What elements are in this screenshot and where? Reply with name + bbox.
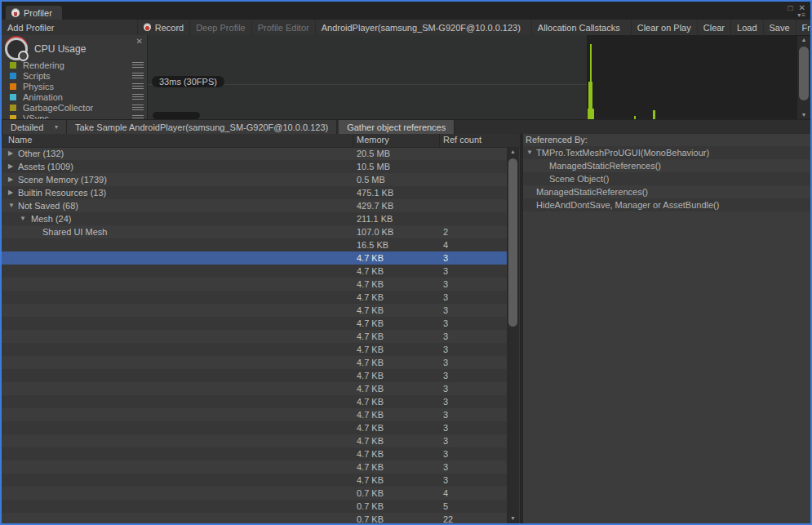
table-row[interactable]: 4.7 KB 3 <box>2 447 507 460</box>
scroll-down-icon[interactable]: ▼ <box>797 111 810 119</box>
row-memory: 4.7 KB <box>357 447 384 460</box>
toolbar-button[interactable]: Profile Editor <box>252 20 316 35</box>
detail-toolbar: Detailed ▾ Take Sample AndroidPlayer(sam… <box>2 119 810 134</box>
table-row[interactable]: 0.7 KB 5 <box>2 500 507 513</box>
table-row[interactable]: 4.7 KB 3 <box>2 460 507 474</box>
table-scrollbar-thumb[interactable] <box>508 158 517 327</box>
frame-time-label-partial <box>153 112 200 119</box>
table-row[interactable]: 4.7 KB 3 <box>2 421 507 434</box>
table-row[interactable]: 4.7 KB 3 <box>2 330 507 343</box>
table-row[interactable]: Mesh (24) 211.1 KB <box>2 212 507 225</box>
referenced-by-item[interactable]: HideAndDontSave, Manager or AssetBundle(… <box>523 198 810 211</box>
referenced-by-label: HideAndDontSave, Manager or AssetBundle(… <box>536 200 719 210</box>
row-refcount: 3 <box>443 460 448 474</box>
table-row[interactable]: 4.7 KB 3 <box>2 474 507 487</box>
chart-scrollbar-thumb[interactable] <box>799 47 809 100</box>
referenced-by-item[interactable]: TMPro.TextMeshProUGUI(MonoBehaviour) <box>523 146 810 159</box>
toolbar-button[interactable]: Clear on Play <box>632 20 698 35</box>
drag-handle-icon[interactable] <box>132 73 144 79</box>
row-refcount: 3 <box>443 408 448 421</box>
referenced-by-item[interactable]: Scene Object() <box>523 172 810 185</box>
tab-profiler[interactable]: Profiler <box>6 6 62 20</box>
toolbar-button[interactable]: Load <box>731 20 763 35</box>
table-row[interactable]: 0.7 KB 4 <box>2 487 507 500</box>
table-row[interactable]: Not Saved (68) 429.7 KB <box>2 199 507 212</box>
table-scrollbar[interactable]: ▲ ▼ <box>507 147 519 523</box>
table-row[interactable]: 4.7 KB 3 <box>2 317 507 330</box>
table-row[interactable]: 4.7 KB 3 <box>2 278 507 291</box>
row-memory: 4.7 KB <box>357 304 384 317</box>
toolbar-button[interactable]: Clear <box>698 20 731 35</box>
drag-handle-icon[interactable] <box>132 94 144 100</box>
take-sample-button[interactable]: Take Sample AndroidPlayer(samsung_SM-G92… <box>67 120 337 134</box>
table-row[interactable]: Assets (1009) 10.5 MB <box>2 160 507 173</box>
cpu-chart[interactable]: 33ms (30FPS) <box>147 35 797 119</box>
column-header-refcount[interactable]: Ref count <box>443 135 481 145</box>
toolbar-button[interactable]: AndroidPlayer(samsung_SM-G920F@10.0.0.12… <box>316 20 532 35</box>
legend-item[interactable]: Physics <box>2 81 147 91</box>
scroll-down-icon[interactable]: ▼ <box>507 514 519 523</box>
table-row[interactable]: 4.7 KB 3 <box>2 408 507 421</box>
table-row[interactable]: 4.7 KB 3 <box>2 251 507 265</box>
window-menu-button[interactable]: ▾ ≡ <box>797 11 805 19</box>
menu-arrow-icon: ▾ <box>797 11 801 19</box>
legend-item[interactable]: Animation <box>2 91 147 102</box>
row-memory: 4.7 KB <box>357 474 384 487</box>
toolbar-button[interactable]: Allocation Callstacks <box>532 20 632 35</box>
row-refcount: 3 <box>443 474 448 487</box>
legend-item[interactable]: Scripts <box>2 70 147 81</box>
referenced-by-item[interactable]: ManagedStaticReferences() <box>523 185 810 198</box>
legend-item[interactable]: VSync <box>2 113 147 119</box>
cpu-panel-close-icon[interactable]: ✕ <box>136 37 143 46</box>
table-row[interactable]: 4.7 KB 3 <box>2 395 507 408</box>
chart-scrollbar[interactable]: ▲ ▼ <box>797 36 810 119</box>
row-name: Other (132) <box>2 147 64 160</box>
referenced-by-item[interactable]: ManagedStaticReferences() <box>523 159 810 172</box>
legend-label: Scripts <box>23 71 51 81</box>
row-memory: 4.7 KB <box>357 395 384 408</box>
foldout-icon[interactable] <box>526 146 535 159</box>
drag-handle-icon[interactable] <box>132 83 144 90</box>
toolbar-button[interactable]: Deep Profile <box>190 20 252 35</box>
table-row[interactable]: Other (132) 20.5 MB <box>2 147 507 160</box>
table-row[interactable]: 4.7 KB 3 <box>2 304 507 317</box>
legend-item[interactable]: Rendering <box>2 60 147 70</box>
row-refcount: 3 <box>443 304 448 317</box>
take-sample-label: Take Sample AndroidPlayer(samsung_SM-G92… <box>75 122 328 132</box>
column-header-memory[interactable]: Memory <box>357 135 389 145</box>
toolbar-button[interactable]: Save <box>764 20 796 35</box>
table-row[interactable]: 0.7 KB 22 <box>2 513 507 525</box>
table-row[interactable]: Shared UI Mesh 107.0 KB 2 <box>2 225 507 238</box>
frame-time-label: 33ms (30FPS) <box>152 76 224 87</box>
referenced-by-panel: Referenced By: TMPro.TextMeshProUGUI(Mon… <box>523 133 810 523</box>
record-icon <box>144 24 151 31</box>
table-row[interactable]: 4.7 KB 3 <box>2 356 507 369</box>
toolbar-button[interactable]: Add Profiler <box>2 20 138 35</box>
table-row[interactable]: 16.5 KB 4 <box>2 238 507 251</box>
table-row[interactable]: 4.7 KB 3 <box>2 382 507 395</box>
table-row[interactable]: 4.7 KB 3 <box>2 369 507 382</box>
table-row[interactable]: Scene Memory (1739) 0.5 MB <box>2 173 507 186</box>
cpu-usage-panel: CPU Usage ✕ Rendering Scripts Physics <box>2 35 148 119</box>
table-row[interactable]: 4.7 KB 3 <box>2 343 507 356</box>
scroll-up-icon[interactable]: ▲ <box>797 36 810 44</box>
row-name: Mesh (24) <box>2 212 72 225</box>
gather-object-references-button[interactable]: Gather object references <box>339 120 455 134</box>
row-memory: 16.5 KB <box>357 238 388 251</box>
toolbar-button[interactable]: Fr <box>796 20 810 35</box>
table-row[interactable]: 4.7 KB 3 <box>2 265 507 278</box>
table-row[interactable]: Builtin Resources (13) 475.1 KB <box>2 186 507 199</box>
detail-mode-dropdown[interactable]: Detailed ▾ <box>2 120 67 134</box>
table-row[interactable]: 4.7 KB 3 <box>2 434 507 447</box>
toolbar-button[interactable]: Record <box>138 20 190 35</box>
scroll-up-icon[interactable]: ▲ <box>507 148 519 156</box>
toolbar-button-label: Allocation Callstacks <box>538 23 620 33</box>
drag-handle-icon[interactable] <box>132 62 144 69</box>
legend-label: Physics <box>23 82 54 91</box>
column-header-name[interactable]: Name <box>8 135 32 145</box>
row-memory: 4.7 KB <box>357 421 384 434</box>
maximize-icon[interactable]: □ <box>788 3 793 12</box>
legend-item[interactable]: GarbageCollector <box>2 102 147 113</box>
drag-handle-icon[interactable] <box>132 105 144 111</box>
table-row[interactable]: 4.7 KB 3 <box>2 291 507 304</box>
